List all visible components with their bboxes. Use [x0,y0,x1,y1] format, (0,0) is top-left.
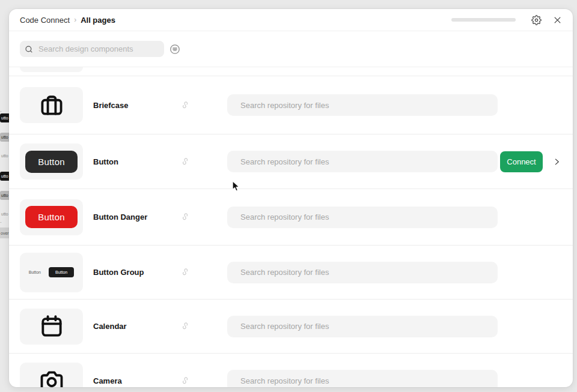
chevron-right-icon[interactable] [553,158,561,166]
settings-button[interactable] [529,13,543,27]
component-name: Button Danger [93,213,176,222]
clipped-thumbnail [20,67,83,72]
clipped-row [9,67,573,76]
button-danger-preview: Button [25,206,78,228]
briefcase-icon [38,92,65,118]
search-icon [25,45,33,53]
canvas-fragment: - - [0,220,9,225]
component-row-button-danger: Button Button Danger [9,189,573,246]
repo-search-input[interactable] [227,94,498,116]
component-row-camera: Camera [9,354,573,387]
repo-search-input[interactable] [227,262,498,283]
component-thumbnail: Button Button [20,253,83,292]
breadcrumb-root[interactable]: Code Connect [20,16,70,25]
repo-search-input[interactable] [227,316,498,337]
panel-header: Code Connect › All pages [9,9,573,31]
component-thumbnail: Button [20,143,83,179]
code-connect-link-icon [181,376,189,385]
component-row-button: Button Button Connect [9,134,573,189]
code-connect-link-icon [181,213,189,222]
loading-skeleton-bar [451,18,516,22]
code-connect-link-icon [181,101,189,110]
component-name: Camera [93,376,176,385]
camera-icon [38,367,65,387]
component-row-button-group: Button Button Button Group [9,246,573,300]
repo-search-input[interactable] [227,370,498,387]
filter-button[interactable] [166,41,183,57]
canvas-fragment-button: utto [0,152,9,160]
component-name: Calendar [93,322,176,331]
component-name: Briefcase [93,101,176,110]
code-connect-panel: Code Connect › All pages [9,9,573,387]
background-canvas: - - utto utto utto utto utto utto - - ov… [0,0,9,392]
component-thumbnail: Button [20,199,83,235]
canvas-fragment-button: utto [0,133,9,142]
component-row-calendar: Calendar [9,300,573,354]
breadcrumb-separator-icon: › [74,16,76,24]
component-name: Button Group [93,268,176,277]
component-thumbnail [20,309,83,345]
filter-icon [169,43,181,55]
component-search-section [9,31,573,67]
component-thumbnail [20,87,83,123]
breadcrumb-current[interactable]: All pages [81,16,115,25]
canvas-fragment-button: utto [0,113,9,122]
close-button[interactable] [550,13,564,27]
canvas-fragment: over [0,228,9,238]
canvas-fragment-button: utto [0,191,9,200]
canvas-fragment: - - [0,109,9,113]
canvas-fragment-button: utto [0,172,9,181]
code-connect-link-icon [181,322,189,331]
component-search-input[interactable] [37,44,159,54]
component-search-box[interactable] [20,41,164,57]
button-primary-preview: Button [25,151,78,173]
button-group-ghost-preview: Button [29,270,41,274]
close-icon [553,16,562,25]
code-connect-link-icon [181,157,189,166]
gear-icon [531,15,542,25]
breadcrumb: Code Connect › All pages [20,16,115,25]
component-list: Briefcase Button Button Connect [9,67,573,387]
row-actions: Connect [498,151,573,172]
repo-search-input[interactable] [227,207,498,228]
canvas-fragment-button: utto [0,210,9,218]
code-connect-link-icon [181,268,189,277]
calendar-icon [38,313,65,340]
component-thumbnail [20,363,83,387]
component-row-briefcase: Briefcase [9,76,573,134]
button-group-solid-preview: Button [49,267,74,277]
repo-search-input[interactable] [227,151,498,172]
connect-button[interactable]: Connect [500,151,543,172]
component-name: Button [93,157,176,166]
